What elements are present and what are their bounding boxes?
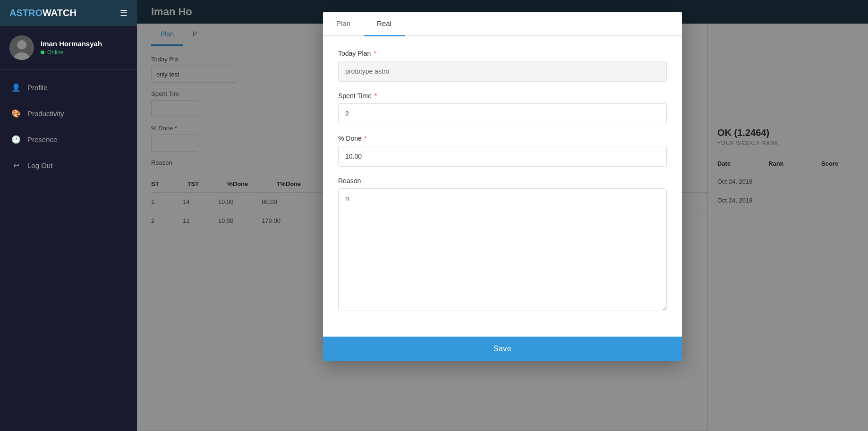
form-group-reason: Reason n — [338, 177, 667, 313]
percent-done-required: * — [363, 135, 367, 142]
logout-icon: ↩ — [11, 161, 21, 170]
modal-tabs: Plan Real — [323, 12, 682, 36]
modal-overlay[interactable]: Plan Real Today Plan * Spent Time * — [137, 0, 868, 431]
app-title-part1: ASTRO — [9, 8, 43, 18]
form-group-today-plan: Today Plan * — [338, 50, 667, 82]
reason-label-text: Reason — [338, 177, 361, 185]
today-plan-label-text: Today Plan — [338, 50, 371, 57]
sidebar-header: ASTROWATCH ☰ — [0, 0, 137, 26]
avatar — [9, 35, 34, 60]
sidebar-item-presence-label: Presence — [27, 135, 57, 144]
user-status: Online — [41, 49, 102, 56]
form-group-spent-time: Spent Time * — [338, 92, 667, 124]
app-title: ASTROWATCH — [9, 8, 77, 18]
spent-time-label-text: Spent Time — [338, 92, 372, 100]
today-plan-label: Today Plan * — [338, 50, 667, 57]
profile-icon: 👤 — [11, 83, 21, 92]
app-title-part2: WATCH — [43, 8, 77, 18]
sidebar-item-profile[interactable]: 👤 Profile — [0, 75, 137, 101]
hamburger-icon[interactable]: ☰ — [120, 8, 128, 18]
spent-time-label: Spent Time * — [338, 92, 667, 100]
svg-point-1 — [17, 40, 26, 50]
percent-done-label: % Done * — [338, 135, 667, 142]
percent-done-input[interactable] — [338, 146, 667, 167]
form-group-percent-done: % Done * — [338, 135, 667, 167]
avatar-placeholder — [9, 35, 34, 60]
sidebar-item-logout-label: Log Out — [27, 161, 52, 169]
nav-menu: 👤 Profile 🎨 Productivity 🕐 Presence ↩ Lo… — [0, 70, 137, 431]
modal-dialog: Plan Real Today Plan * Spent Time * — [323, 12, 682, 361]
reason-label: Reason — [338, 177, 667, 185]
today-plan-required: * — [372, 50, 376, 57]
sidebar: ASTROWATCH ☰ Iman Hormansyah Online — [0, 0, 137, 431]
user-section: Iman Hormansyah Online — [0, 26, 137, 70]
percent-done-label-text: % Done — [338, 135, 362, 142]
sidebar-item-productivity-label: Productivity — [27, 110, 64, 118]
today-plan-input[interactable] — [338, 61, 667, 82]
modal-tab-real[interactable]: Real — [364, 12, 405, 36]
sidebar-item-profile-label: Profile — [27, 84, 48, 92]
sidebar-item-productivity[interactable]: 🎨 Productivity — [0, 101, 137, 127]
modal-body: Today Plan * Spent Time * % Done * — [323, 36, 682, 337]
modal-footer: Save — [323, 337, 682, 361]
avatar-image — [9, 35, 34, 60]
sidebar-item-logout[interactable]: ↩ Log Out — [0, 152, 137, 178]
status-text: Online — [47, 49, 64, 56]
productivity-icon: 🎨 — [11, 109, 21, 118]
presence-icon: 🕐 — [11, 135, 21, 144]
reason-textarea[interactable]: n — [338, 188, 667, 311]
main-area: Iman Ho Plan P Today Pla Spent Tim % Don… — [137, 0, 868, 431]
spent-time-required: * — [373, 92, 377, 100]
user-name: Iman Hormansyah — [41, 40, 102, 48]
sidebar-item-presence[interactable]: 🕐 Presence — [0, 127, 137, 152]
save-button[interactable]: Save — [323, 337, 682, 361]
spent-time-input[interactable] — [338, 103, 667, 124]
status-dot — [41, 51, 44, 54]
modal-tab-plan[interactable]: Plan — [323, 12, 364, 36]
user-info: Iman Hormansyah Online — [41, 40, 102, 56]
